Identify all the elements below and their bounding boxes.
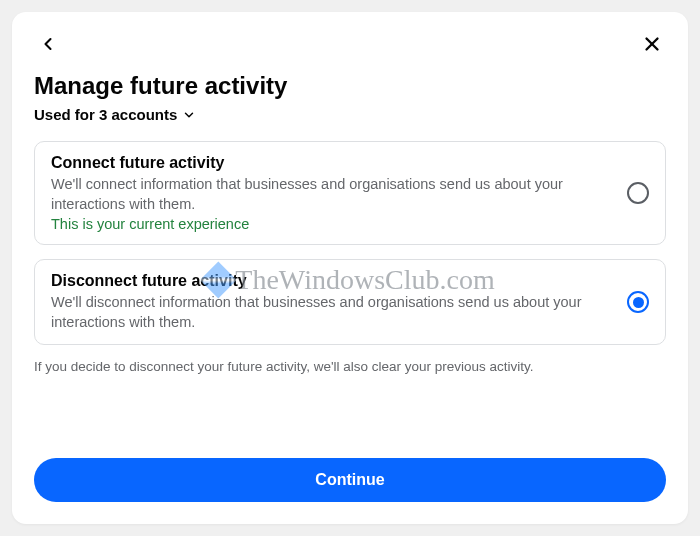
chevron-left-icon — [38, 34, 58, 54]
chevron-down-icon — [182, 108, 196, 122]
radio-connect[interactable] — [627, 182, 649, 204]
options-group: Connect future activity We'll connect in… — [34, 141, 666, 345]
accounts-selector-label: Used for 3 accounts — [34, 106, 177, 123]
close-icon — [641, 33, 663, 55]
close-button[interactable] — [638, 30, 666, 58]
manage-future-activity-dialog: Manage future activity Used for 3 accoun… — [12, 12, 688, 524]
radio-disconnect[interactable] — [627, 291, 649, 313]
accounts-selector[interactable]: Used for 3 accounts — [34, 106, 666, 123]
page-title: Manage future activity — [34, 72, 666, 100]
current-experience-label: This is your current experience — [51, 216, 611, 232]
option-disconnect-title: Disconnect future activity — [51, 272, 611, 290]
option-connect-desc: We'll connect information that businesse… — [51, 175, 611, 214]
option-connect-text: Connect future activity We'll connect in… — [51, 154, 611, 232]
back-button[interactable] — [34, 30, 62, 58]
option-connect[interactable]: Connect future activity We'll connect in… — [34, 141, 666, 245]
continue-button[interactable]: Continue — [34, 458, 666, 502]
dialog-topbar — [34, 30, 666, 58]
option-disconnect-text: Disconnect future activity We'll disconn… — [51, 272, 611, 332]
option-connect-title: Connect future activity — [51, 154, 611, 172]
disconnect-note: If you decide to disconnect your future … — [34, 359, 666, 374]
option-disconnect[interactable]: Disconnect future activity We'll disconn… — [34, 259, 666, 345]
option-disconnect-desc: We'll disconnect information that busine… — [51, 293, 611, 332]
